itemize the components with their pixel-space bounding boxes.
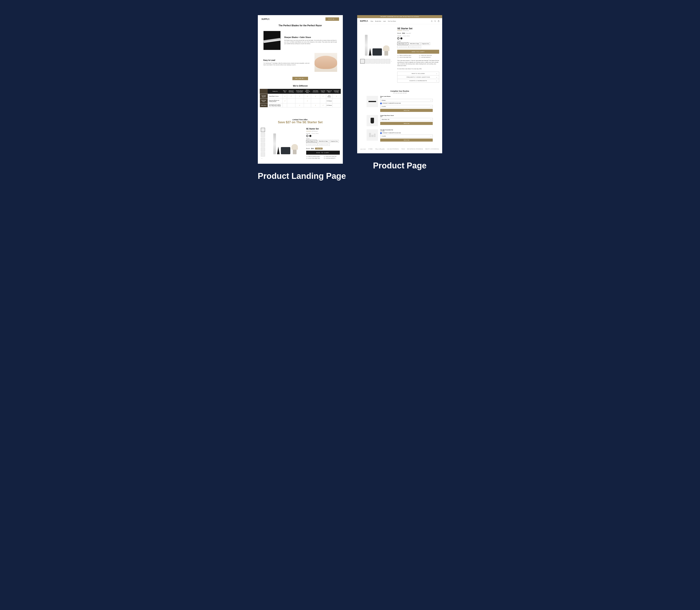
thumb[interactable] — [360, 59, 365, 64]
nav-link[interactable]: Learn — [383, 21, 386, 22]
thumb-next-icon[interactable]: ⌄ — [261, 157, 265, 159]
thumb[interactable] — [376, 59, 380, 64]
thumb-next-icon[interactable]: › — [391, 61, 392, 62]
scent-chip[interactable]: Black Pepper & Fir — [397, 42, 408, 45]
perk-item: SHIPS FAST FROM USA — [324, 156, 340, 157]
guarantee-banner: THE SUPPLY GUARANTEE: Don't love it with… — [357, 15, 442, 18]
press-logo: uncrate — [361, 148, 366, 150]
review-count: (1482 Reviews) — [311, 131, 318, 132]
hero-title: The Perfect Blades for the Perfect Razor — [262, 24, 339, 27]
svg-line-6 — [436, 21, 436, 22]
table-cell: ✓ — [304, 94, 311, 99]
try-se-button[interactable]: TRY THE SE → — [293, 77, 308, 80]
thumb[interactable] — [386, 59, 390, 64]
table-cell — [287, 103, 296, 107]
svg-rect-2 — [306, 158, 307, 159]
add-to-cart-button[interactable]: ADD TO CART — [306, 151, 340, 155]
color-label: COLOR — [306, 133, 310, 134]
product-tagline: It's more than a new shave. It's a new w… — [397, 68, 439, 70]
scent-chip[interactable]: White Birch & Sage — [409, 42, 420, 45]
thumb[interactable] — [261, 152, 265, 157]
accordion-row[interactable]: FREQUENTLY ASKED QUESTIONS⌄ — [397, 76, 439, 79]
price-old: $116 — [306, 148, 310, 149]
scent-label: SCENT — [306, 138, 340, 139]
subscribe-toggle[interactable]: UPGRADE TO SUBSCRIPTION AND SAVE — [380, 132, 433, 134]
nav-link[interactable]: Bundle Sets — [375, 21, 381, 22]
perk-item: FREE US SHIPPING ($30+) — [306, 156, 322, 157]
search-icon[interactable] — [434, 20, 436, 22]
add-to-cart-button[interactable]: Add to Cart — [380, 139, 433, 142]
perk-item: LIFETIME WARRANTY — [419, 57, 439, 58]
color-label: COLOR — [397, 35, 401, 36]
right-caption: Product Page — [357, 161, 442, 170]
cart-icon[interactable] — [438, 20, 439, 22]
table-cell: ✓ — [287, 94, 296, 99]
svg-rect-9 — [419, 55, 420, 56]
upsell-price: $29 — [380, 116, 433, 117]
scent-chip: Lavender & Lemon — [306, 143, 317, 146]
thumb[interactable] — [370, 59, 375, 64]
add-to-cart-button[interactable]: Add to Cart — [380, 109, 433, 112]
accordion-row[interactable]: SCENTS & INGREDIENTS⌄ — [397, 79, 439, 82]
press-logo: BUSINESS INSIDER — [407, 148, 423, 150]
account-icon[interactable] — [431, 20, 433, 22]
interval-select[interactable]: 2 months⌄ — [380, 105, 433, 108]
subscribe-toggle[interactable]: UPGRADE TO SUBSCRIPTION AND SAVE — [380, 103, 433, 104]
thumb[interactable] — [381, 59, 385, 64]
variant-select[interactable]: 8 Blades⌄ — [380, 99, 433, 102]
accordion-row[interactable]: WHAT'S INCLUDED⌄ — [397, 72, 439, 76]
scent-chip[interactable]: White Birch & Sage — [317, 140, 329, 143]
add-to-cart-button[interactable]: Add to Cart — [380, 122, 433, 125]
nav-link[interactable]: Find Your Razor — [388, 21, 396, 22]
product-image — [268, 128, 303, 156]
color-swatch[interactable] — [397, 37, 399, 39]
thumb[interactable] — [261, 138, 265, 142]
routine-subtitle: Your new razor pairs well with — [357, 93, 442, 94]
table-cell: ✓ — [296, 94, 304, 99]
hero: The Perfect Blades for the Perfect Razor — [258, 23, 343, 30]
price-old: $116 — [397, 32, 401, 34]
press-logo: GEAR PATROL — [387, 148, 399, 150]
shop-se-button[interactable]: SHOP SE → — [326, 17, 339, 21]
scent-chip[interactable]: Fragrance Free — [421, 42, 430, 45]
feature-title: Sharper Blades = Safer Shave — [284, 36, 337, 38]
svg-rect-11 — [419, 57, 420, 58]
table-cell: Unwrapping and Loading Thin, Sharp Razor… — [268, 103, 283, 107]
color-value: — Classic Matte — [402, 35, 410, 36]
perk-item: FREE US SHIPPING ($30+) — [397, 55, 417, 56]
perk-item: 100 DAY RISK-FREE TRIAL — [397, 57, 417, 58]
thumb[interactable] — [261, 143, 265, 147]
table-cell: ✓ — [320, 103, 326, 107]
thumb[interactable] — [261, 147, 265, 151]
table-cell — [296, 99, 304, 103]
variant-select[interactable]: Matte Black / SE⌄ — [380, 118, 433, 121]
nav-link[interactable]: Shop — [371, 21, 373, 22]
table-cell: ✓ — [304, 99, 311, 103]
offer-block: Limited Time Offer: Save $27 on The SE S… — [258, 107, 343, 128]
thumb[interactable] — [261, 133, 265, 137]
table-cell — [287, 99, 296, 103]
interval-select[interactable]: 2 months⌄ — [380, 134, 433, 138]
table-cell: ✓ — [311, 94, 320, 99]
add-to-cart-button[interactable]: ADD TO CART — [397, 50, 439, 54]
table-header: Solid Metal Construction — [311, 89, 320, 94]
scent-chip[interactable]: Fragrance Free — [329, 140, 339, 143]
scent-chip[interactable]: Black Pepper & Fir — [306, 140, 317, 143]
press-logo: MEN'S JOURNAL — [425, 148, 439, 150]
gallery: › — [360, 27, 394, 83]
color-swatch[interactable] — [309, 135, 312, 137]
table-cell: 4-5 Shaves — [326, 99, 332, 103]
color-swatch[interactable] — [400, 37, 402, 39]
save-text: Save $27 — [406, 33, 411, 34]
table-row-head: Multi-blade Razor — [260, 99, 268, 103]
thumb[interactable] — [261, 128, 265, 132]
table-header: Shaves per Blade — [326, 89, 332, 94]
table-cell — [311, 99, 320, 103]
table-header: Clog-Free Design — [320, 89, 326, 94]
table-header: Perfect For — [268, 89, 283, 94]
color-swatch[interactable] — [306, 135, 309, 137]
scent-chip: Sandalwood & Cedar — [318, 143, 330, 146]
feature-title: Easy to Load — [264, 59, 311, 61]
thumb[interactable] — [365, 59, 370, 64]
upsell-image — [367, 115, 378, 126]
